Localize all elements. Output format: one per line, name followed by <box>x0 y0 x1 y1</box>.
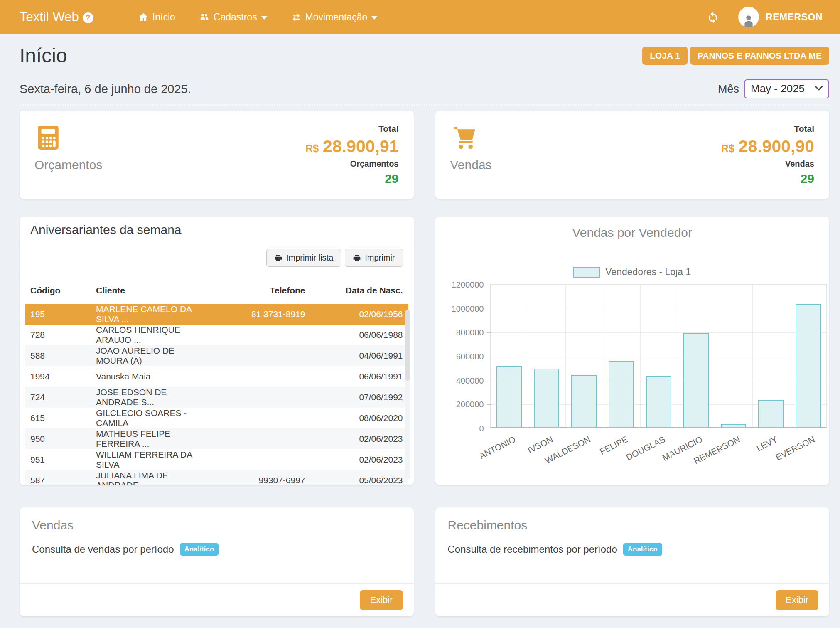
brand-light: Web <box>53 10 79 25</box>
brand-logo[interactable]: TextilWeb ? <box>20 10 93 25</box>
help-icon[interactable]: ? <box>83 12 93 23</box>
gridline <box>491 357 826 357</box>
gridline <box>715 285 715 427</box>
chart-bar <box>571 375 597 427</box>
month-select[interactable]: May - 2025 <box>744 79 829 98</box>
cell-codigo: 950 <box>25 428 91 449</box>
amount-value: 28.900,90 <box>739 137 814 156</box>
y-tick <box>487 285 491 285</box>
bottom-row: Vendas Consulta de vendas por período An… <box>20 507 829 616</box>
table-row[interactable]: 951WILLIAM FERREIRA DA SILVA02/06/2023 <box>25 449 408 470</box>
panel-description: Consulta de vendas por período <box>32 544 174 555</box>
month-select-wrap: May - 2025 <box>744 79 829 98</box>
amount-value: 28.900,91 <box>323 137 398 156</box>
chart-legend[interactable]: Vendedores - Loja 1 <box>435 266 830 278</box>
user-menu[interactable]: REMERSON <box>738 7 823 27</box>
table-row[interactable]: 728CARLOS HENRIQUE ARAUJO ...06/06/1988 <box>25 325 408 345</box>
exchange-arrows-icon <box>291 12 301 22</box>
cell-telefone: 81 3731-8919 <box>213 304 311 325</box>
gridline <box>603 285 603 427</box>
month-box: Mês May - 2025 <box>718 79 829 98</box>
cell-codigo: 724 <box>25 387 91 408</box>
vendas-left: Vendas <box>450 124 492 188</box>
nav-item-inicio[interactable]: Início <box>138 12 175 23</box>
cell-nascimento: 04/06/1991 <box>311 345 408 366</box>
gridline <box>491 332 826 333</box>
x-axis-label: LEVY <box>754 434 779 453</box>
vendas-panel: Vendas Consulta de vendas por período An… <box>20 507 414 616</box>
vendas-values: Total R$ 28.900,90 Vendas 29 <box>721 124 814 188</box>
exibir-recebimentos-button[interactable]: Exibir <box>776 590 818 610</box>
gridline <box>491 309 826 309</box>
company-button[interactable]: PANNOS E PANNOS LTDA ME <box>690 47 829 65</box>
panel-description: Consulta de recebimentos por período <box>448 544 617 555</box>
print-label: Imprimir <box>365 253 395 263</box>
birthdays-toolbar: Imprimir lista Imprimir <box>20 243 414 273</box>
panel-title: Vendas <box>20 507 414 532</box>
avatar <box>738 7 759 27</box>
table-row[interactable]: 724JOSE EDSON DE ANDRADE S...07/06/1992 <box>25 387 408 408</box>
total-amount: R$ 28.900,91 <box>305 137 398 156</box>
analitico-badge: Analítico <box>623 543 662 556</box>
cell-telefone <box>213 449 311 470</box>
exibir-vendas-button[interactable]: Exibir <box>360 590 403 610</box>
col-nascimento: Data de Nasc. <box>311 273 408 304</box>
y-tick <box>487 381 491 381</box>
print-button[interactable]: Imprimir <box>345 249 403 267</box>
gridline <box>752 285 753 427</box>
count-value: 29 <box>721 172 814 186</box>
gridline <box>790 285 790 427</box>
page-title: Início <box>20 44 67 67</box>
table-scrollbar[interactable] <box>405 310 410 479</box>
chart-plot[interactable]: 020000040000060000080000010000001200000A… <box>490 284 827 428</box>
chart-bar <box>758 400 784 427</box>
nav-item-cadastros[interactable]: Cadastros <box>199 12 267 23</box>
cell-cliente: JOSE EDSON DE ANDRADE S... <box>91 387 213 408</box>
printer-icon <box>274 254 282 262</box>
nav-item-movimentacao[interactable]: Movimentação <box>291 12 378 23</box>
print-list-button[interactable]: Imprimir lista <box>266 249 341 267</box>
count-value: 29 <box>305 172 398 186</box>
brand-bold: Textil <box>20 10 49 25</box>
birthdays-table: Código Cliente Telefone Data de Nasc. 19… <box>25 273 408 485</box>
col-cliente: Cliente <box>91 273 213 304</box>
cell-cliente: JOAO AURELIO DE MOURA (A) <box>91 345 213 366</box>
panel-footer: Exibir <box>435 583 830 616</box>
table-row[interactable]: 1994Vanuska Maia06/06/1991 <box>25 366 408 387</box>
chart-area: 020000040000060000080000010000001200000A… <box>490 284 819 428</box>
gridline <box>678 285 678 427</box>
cell-codigo: 588 <box>25 345 91 366</box>
username: REMERSON <box>766 12 823 23</box>
store-button[interactable]: LOJA 1 <box>642 47 688 65</box>
currency-symbol: R$ <box>721 143 734 155</box>
table-row[interactable]: 195MARLENE CAMELO DA SILVA ...81 3731-89… <box>25 304 408 325</box>
y-axis-label: 600000 <box>442 352 484 362</box>
printer-icon <box>353 254 361 262</box>
page-footer <box>0 628 840 640</box>
y-tick <box>487 404 491 405</box>
chart-bar <box>496 366 522 427</box>
panel-description-row: Consulta de recebimentos por período Ana… <box>435 532 830 556</box>
cell-telefone <box>213 387 311 408</box>
vendas-label: Vendas <box>450 158 492 172</box>
count-label: Vendas <box>721 159 814 169</box>
cell-nascimento: 07/06/1992 <box>311 387 408 408</box>
cell-nascimento: 02/06/1956 <box>311 304 408 325</box>
y-axis-label: 200000 <box>442 400 484 409</box>
scrollbar-thumb[interactable] <box>405 310 410 381</box>
y-tick <box>487 357 491 357</box>
table-row[interactable]: 615GILCLECIO SOARES - CAMILA08/06/2020 <box>25 408 408 428</box>
y-tick <box>487 332 491 333</box>
table-row[interactable]: 950MATHEUS FELIPE FERREIRA ...02/06/2023 <box>25 428 408 449</box>
panel-title: Recebimentos <box>435 507 830 532</box>
recebimentos-panel: Recebimentos Consulta de recebimentos po… <box>435 507 830 616</box>
table-row[interactable]: 587JULIANA LIMA DE ANDRADE99307-699705/0… <box>25 470 408 485</box>
y-axis-label: 1200000 <box>442 280 484 290</box>
users-icon <box>199 12 209 22</box>
birthdays-title: Aniversariantes da semana <box>20 217 414 243</box>
refresh-icon[interactable] <box>706 10 720 24</box>
vendas-card: Vendas Total R$ 28.900,90 Vendas 29 <box>435 111 830 199</box>
nav-label: Início <box>152 12 175 23</box>
divider <box>20 104 829 106</box>
table-row[interactable]: 588JOAO AURELIO DE MOURA (A)04/06/1991 <box>25 345 408 366</box>
